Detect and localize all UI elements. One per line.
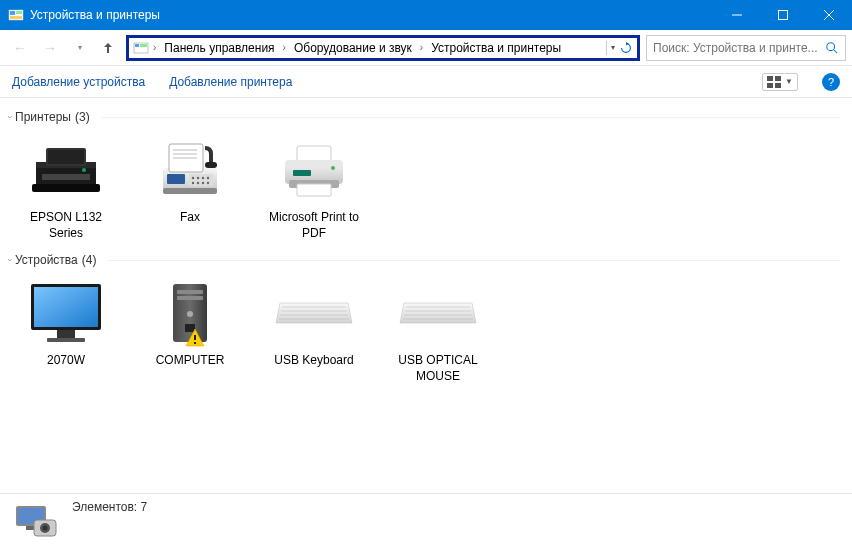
devices-items: 2070W COMPUTER xyxy=(0,273,852,388)
svg-rect-15 xyxy=(767,83,773,88)
svg-point-36 xyxy=(192,182,194,184)
help-button[interactable]: ? xyxy=(822,73,840,91)
svg-rect-57 xyxy=(194,335,196,340)
svg-rect-40 xyxy=(205,162,217,168)
svg-point-23 xyxy=(82,168,86,172)
keyboard-icon xyxy=(398,277,478,349)
group-label: Принтеры xyxy=(15,110,71,124)
svg-rect-3 xyxy=(10,16,22,19)
maximize-button[interactable] xyxy=(760,0,806,30)
svg-line-12 xyxy=(834,49,838,53)
svg-rect-19 xyxy=(32,184,100,192)
window-buttons xyxy=(714,0,852,30)
device-item-ms-pdf[interactable]: Microsoft Print to PDF xyxy=(260,130,368,245)
svg-point-39 xyxy=(207,182,209,184)
svg-rect-1 xyxy=(10,11,15,15)
search-input[interactable] xyxy=(653,41,825,55)
fax-icon xyxy=(150,134,230,206)
breadcrumb-seg-1[interactable]: Панель управления xyxy=(160,39,278,57)
group-header-printers[interactable]: › Принтеры (3) xyxy=(0,102,852,130)
content-area: › Принтеры (3) EPSON L132 Series xyxy=(0,98,852,492)
device-item-fax[interactable]: Fax xyxy=(136,130,244,245)
warning-badge-icon xyxy=(184,327,206,349)
device-item-monitor[interactable]: 2070W xyxy=(12,273,120,388)
computer-tower-icon xyxy=(150,277,230,349)
svg-point-35 xyxy=(207,177,209,179)
printers-items: EPSON L132 Series Fax xyxy=(0,130,852,245)
device-item-epson[interactable]: EPSON L132 Series xyxy=(12,130,120,245)
group-label: Устройства xyxy=(15,253,78,267)
device-label: USB OPTICAL MOUSE xyxy=(388,353,488,384)
svg-point-33 xyxy=(197,177,199,179)
svg-point-32 xyxy=(192,177,194,179)
window-title: Устройства и принтеры xyxy=(30,8,714,22)
status-elements-count: 7 xyxy=(141,500,148,514)
view-options-button[interactable]: ▼ xyxy=(762,73,798,91)
add-printer-button[interactable]: Добавление принтера xyxy=(169,75,292,89)
breadcrumb-seg-2[interactable]: Оборудование и звук xyxy=(290,39,416,57)
status-elements-label: Элементов: xyxy=(72,500,137,514)
device-label: COMPUTER xyxy=(156,353,225,369)
monitor-icon xyxy=(26,277,106,349)
svg-point-11 xyxy=(827,42,835,50)
keyboard-icon xyxy=(274,277,354,349)
svg-rect-50 xyxy=(57,330,75,338)
svg-rect-14 xyxy=(775,76,781,81)
svg-point-72 xyxy=(43,525,48,530)
device-label: Fax xyxy=(180,210,200,226)
svg-rect-16 xyxy=(775,83,781,88)
svg-rect-45 xyxy=(297,184,331,196)
svg-point-37 xyxy=(197,182,199,184)
search-box[interactable] xyxy=(646,35,846,61)
svg-rect-9 xyxy=(135,44,139,47)
titlebar: Устройства и принтеры xyxy=(0,0,852,30)
refresh-button[interactable] xyxy=(619,41,633,55)
control-panel-icon xyxy=(8,7,24,23)
search-icon[interactable] xyxy=(825,41,839,55)
devices-summary-icon xyxy=(12,501,60,543)
svg-rect-46 xyxy=(293,170,311,176)
svg-rect-25 xyxy=(163,188,217,194)
close-button[interactable] xyxy=(806,0,852,30)
svg-rect-53 xyxy=(177,290,203,294)
printer-icon xyxy=(274,134,354,206)
svg-rect-54 xyxy=(177,296,203,300)
svg-point-55 xyxy=(187,311,193,317)
svg-point-38 xyxy=(202,182,204,184)
group-count: (4) xyxy=(82,253,97,267)
svg-rect-10 xyxy=(140,44,147,47)
svg-rect-5 xyxy=(779,11,788,20)
nav-forward-button[interactable]: → xyxy=(36,34,64,62)
device-item-keyboard[interactable]: USB Keyboard xyxy=(260,273,368,388)
group-header-devices[interactable]: › Устройства (4) xyxy=(0,245,852,273)
svg-rect-31 xyxy=(189,174,213,186)
chevron-down-icon: › xyxy=(5,116,15,119)
svg-rect-2 xyxy=(16,11,22,14)
device-item-mouse[interactable]: USB OPTICAL MOUSE xyxy=(384,273,492,388)
breadcrumb-seg-3[interactable]: Устройства и принтеры xyxy=(427,39,565,57)
svg-rect-58 xyxy=(194,342,196,344)
svg-rect-21 xyxy=(48,150,84,164)
device-item-computer[interactable]: COMPUTER xyxy=(136,273,244,388)
device-label: EPSON L132 Series xyxy=(16,210,116,241)
device-label: USB Keyboard xyxy=(274,353,353,369)
svg-rect-13 xyxy=(767,76,773,81)
nav-up-button[interactable] xyxy=(96,36,120,60)
svg-rect-49 xyxy=(34,287,98,327)
chevron-right-icon: › xyxy=(418,42,425,53)
command-bar: Добавление устройства Добавление принтер… xyxy=(0,66,852,98)
svg-rect-51 xyxy=(47,338,85,342)
nav-back-button[interactable]: ← xyxy=(6,34,34,62)
address-dropdown-button[interactable]: ▾ xyxy=(611,43,615,52)
printer-icon xyxy=(26,134,106,206)
minimize-button[interactable] xyxy=(714,0,760,30)
navigation-bar: ← → ▾ › Панель управления › Оборудование… xyxy=(0,30,852,66)
chevron-right-icon: › xyxy=(281,42,288,53)
chevron-right-icon: › xyxy=(151,42,158,53)
add-device-button[interactable]: Добавление устройства xyxy=(12,75,145,89)
chevron-down-icon: › xyxy=(5,259,15,262)
nav-history-dropdown[interactable]: ▾ xyxy=(66,34,94,62)
address-bar[interactable]: › Панель управления › Оборудование и зву… xyxy=(126,35,640,61)
svg-point-47 xyxy=(331,166,335,170)
status-bar: Элементов: 7 xyxy=(0,493,852,549)
